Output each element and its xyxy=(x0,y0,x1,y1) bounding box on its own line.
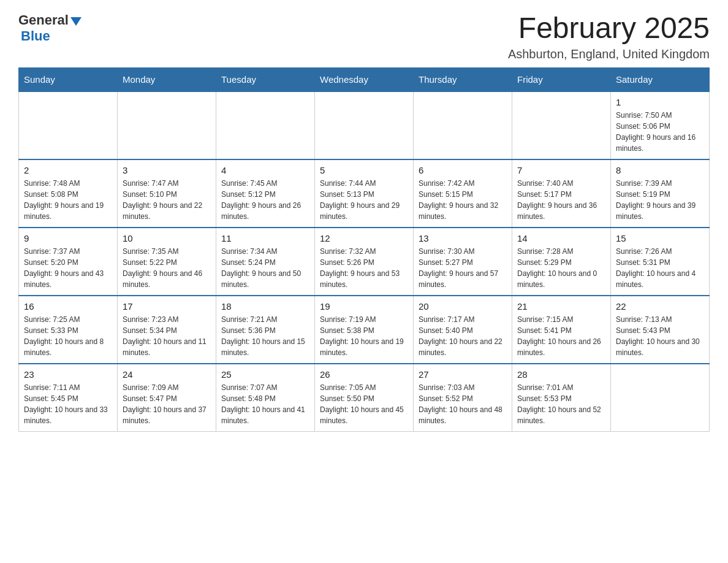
day-number: 28 xyxy=(517,369,605,380)
calendar-day-cell: 23Sunrise: 7:11 AMSunset: 5:45 PMDayligh… xyxy=(19,364,118,432)
day-number: 22 xyxy=(616,301,704,312)
calendar-day-cell xyxy=(216,91,315,159)
calendar-week-row: 1Sunrise: 7:50 AMSunset: 5:06 PMDaylight… xyxy=(19,91,710,159)
day-info: Sunrise: 7:09 AMSunset: 5:47 PMDaylight:… xyxy=(123,382,211,426)
calendar-day-cell: 14Sunrise: 7:28 AMSunset: 5:29 PMDayligh… xyxy=(512,228,611,296)
day-number: 2 xyxy=(24,165,112,175)
day-number: 18 xyxy=(221,301,309,312)
calendar-day-cell xyxy=(611,364,710,432)
logo-blue-text: Blue xyxy=(21,28,50,44)
calendar-day-header: Friday xyxy=(512,67,611,91)
calendar-day-cell: 22Sunrise: 7:13 AMSunset: 5:43 PMDayligh… xyxy=(611,296,710,364)
day-info: Sunrise: 7:05 AMSunset: 5:50 PMDaylight:… xyxy=(320,382,408,426)
calendar-day-cell: 10Sunrise: 7:35 AMSunset: 5:22 PMDayligh… xyxy=(118,228,216,296)
calendar-day-cell: 27Sunrise: 7:03 AMSunset: 5:52 PMDayligh… xyxy=(414,364,512,432)
day-info: Sunrise: 7:07 AMSunset: 5:48 PMDaylight:… xyxy=(221,382,309,426)
day-info: Sunrise: 7:25 AMSunset: 5:33 PMDaylight:… xyxy=(24,314,112,358)
day-info: Sunrise: 7:42 AMSunset: 5:15 PMDaylight:… xyxy=(419,178,507,222)
day-number: 21 xyxy=(517,301,605,312)
calendar-day-cell: 2Sunrise: 7:48 AMSunset: 5:08 PMDaylight… xyxy=(19,159,118,228)
day-number: 19 xyxy=(320,301,408,312)
day-number: 11 xyxy=(221,233,309,243)
day-info: Sunrise: 7:47 AMSunset: 5:10 PMDaylight:… xyxy=(123,178,211,222)
calendar-day-cell: 3Sunrise: 7:47 AMSunset: 5:10 PMDaylight… xyxy=(118,159,216,228)
calendar-table: SundayMondayTuesdayWednesdayThursdayFrid… xyxy=(18,67,710,432)
location-text: Ashburton, England, United Kingdom xyxy=(508,47,710,61)
title-section: February 2025 Ashburton, England, United… xyxy=(508,12,710,61)
day-number: 6 xyxy=(419,165,507,175)
calendar-day-cell: 11Sunrise: 7:34 AMSunset: 5:24 PMDayligh… xyxy=(216,228,315,296)
day-info: Sunrise: 7:11 AMSunset: 5:45 PMDaylight:… xyxy=(24,382,112,426)
calendar-day-cell: 8Sunrise: 7:39 AMSunset: 5:19 PMDaylight… xyxy=(611,159,710,228)
calendar-day-cell: 12Sunrise: 7:32 AMSunset: 5:26 PMDayligh… xyxy=(315,228,414,296)
calendar-day-header: Saturday xyxy=(611,67,710,91)
day-number: 7 xyxy=(517,165,605,175)
day-info: Sunrise: 7:40 AMSunset: 5:17 PMDaylight:… xyxy=(517,178,605,222)
day-number: 1 xyxy=(616,97,704,107)
calendar-day-cell: 26Sunrise: 7:05 AMSunset: 5:50 PMDayligh… xyxy=(315,364,414,432)
day-number: 14 xyxy=(517,233,605,243)
calendar-day-header: Wednesday xyxy=(315,67,414,91)
calendar-day-header: Tuesday xyxy=(216,67,315,91)
calendar-day-cell: 1Sunrise: 7:50 AMSunset: 5:06 PMDaylight… xyxy=(611,91,710,159)
logo-triangle-icon xyxy=(70,17,82,26)
calendar-day-cell: 18Sunrise: 7:21 AMSunset: 5:36 PMDayligh… xyxy=(216,296,315,364)
day-number: 15 xyxy=(616,233,704,243)
calendar-day-cell: 5Sunrise: 7:44 AMSunset: 5:13 PMDaylight… xyxy=(315,159,414,228)
calendar-week-row: 9Sunrise: 7:37 AMSunset: 5:20 PMDaylight… xyxy=(19,228,710,296)
calendar-day-cell xyxy=(118,91,216,159)
day-info: Sunrise: 7:45 AMSunset: 5:12 PMDaylight:… xyxy=(221,178,309,222)
day-info: Sunrise: 7:32 AMSunset: 5:26 PMDaylight:… xyxy=(320,246,408,290)
calendar-day-cell: 17Sunrise: 7:23 AMSunset: 5:34 PMDayligh… xyxy=(118,296,216,364)
day-info: Sunrise: 7:23 AMSunset: 5:34 PMDaylight:… xyxy=(123,314,211,358)
day-info: Sunrise: 7:19 AMSunset: 5:38 PMDaylight:… xyxy=(320,314,408,358)
day-number: 17 xyxy=(123,301,211,312)
day-number: 4 xyxy=(221,165,309,175)
calendar-day-cell: 15Sunrise: 7:26 AMSunset: 5:31 PMDayligh… xyxy=(611,228,710,296)
day-info: Sunrise: 7:13 AMSunset: 5:43 PMDaylight:… xyxy=(616,314,704,358)
calendar-day-cell: 16Sunrise: 7:25 AMSunset: 5:33 PMDayligh… xyxy=(19,296,118,364)
calendar-day-cell xyxy=(315,91,414,159)
day-info: Sunrise: 7:26 AMSunset: 5:31 PMDaylight:… xyxy=(616,246,704,290)
day-number: 25 xyxy=(221,369,309,380)
calendar-week-row: 2Sunrise: 7:48 AMSunset: 5:08 PMDaylight… xyxy=(19,159,710,228)
calendar-day-cell: 21Sunrise: 7:15 AMSunset: 5:41 PMDayligh… xyxy=(512,296,611,364)
day-info: Sunrise: 7:50 AMSunset: 5:06 PMDaylight:… xyxy=(616,110,704,154)
calendar-day-cell: 19Sunrise: 7:19 AMSunset: 5:38 PMDayligh… xyxy=(315,296,414,364)
day-info: Sunrise: 7:21 AMSunset: 5:36 PMDaylight:… xyxy=(221,314,309,358)
day-info: Sunrise: 7:34 AMSunset: 5:24 PMDaylight:… xyxy=(221,246,309,290)
calendar-day-cell xyxy=(19,91,118,159)
calendar-day-cell: 7Sunrise: 7:40 AMSunset: 5:17 PMDaylight… xyxy=(512,159,611,228)
day-number: 26 xyxy=(320,369,408,380)
calendar-header-row: SundayMondayTuesdayWednesdayThursdayFrid… xyxy=(19,67,710,91)
logo: General Blue xyxy=(18,12,82,44)
calendar-day-cell: 13Sunrise: 7:30 AMSunset: 5:27 PMDayligh… xyxy=(414,228,512,296)
day-info: Sunrise: 7:28 AMSunset: 5:29 PMDaylight:… xyxy=(517,246,605,290)
day-number: 23 xyxy=(24,369,112,380)
calendar-week-row: 23Sunrise: 7:11 AMSunset: 5:45 PMDayligh… xyxy=(19,364,710,432)
calendar-day-cell: 28Sunrise: 7:01 AMSunset: 5:53 PMDayligh… xyxy=(512,364,611,432)
day-info: Sunrise: 7:39 AMSunset: 5:19 PMDaylight:… xyxy=(616,178,704,222)
day-info: Sunrise: 7:17 AMSunset: 5:40 PMDaylight:… xyxy=(419,314,507,358)
day-number: 20 xyxy=(419,301,507,312)
calendar-day-header: Sunday xyxy=(19,67,118,91)
calendar-day-cell: 4Sunrise: 7:45 AMSunset: 5:12 PMDaylight… xyxy=(216,159,315,228)
calendar-day-cell xyxy=(512,91,611,159)
day-info: Sunrise: 7:01 AMSunset: 5:53 PMDaylight:… xyxy=(517,382,605,426)
day-number: 10 xyxy=(123,233,211,243)
calendar-day-cell: 9Sunrise: 7:37 AMSunset: 5:20 PMDaylight… xyxy=(19,228,118,296)
page-header: General Blue February 2025 Ashburton, En… xyxy=(18,12,710,61)
day-info: Sunrise: 7:30 AMSunset: 5:27 PMDaylight:… xyxy=(419,246,507,290)
calendar-day-header: Monday xyxy=(118,67,216,91)
calendar-day-cell xyxy=(414,91,512,159)
calendar-day-header: Thursday xyxy=(414,67,512,91)
day-number: 12 xyxy=(320,233,408,243)
day-info: Sunrise: 7:03 AMSunset: 5:52 PMDaylight:… xyxy=(419,382,507,426)
day-info: Sunrise: 7:44 AMSunset: 5:13 PMDaylight:… xyxy=(320,178,408,222)
day-number: 13 xyxy=(419,233,507,243)
calendar-day-cell: 25Sunrise: 7:07 AMSunset: 5:48 PMDayligh… xyxy=(216,364,315,432)
day-number: 16 xyxy=(24,301,112,312)
day-number: 9 xyxy=(24,233,112,243)
month-title: February 2025 xyxy=(508,12,710,45)
calendar-day-cell: 20Sunrise: 7:17 AMSunset: 5:40 PMDayligh… xyxy=(414,296,512,364)
